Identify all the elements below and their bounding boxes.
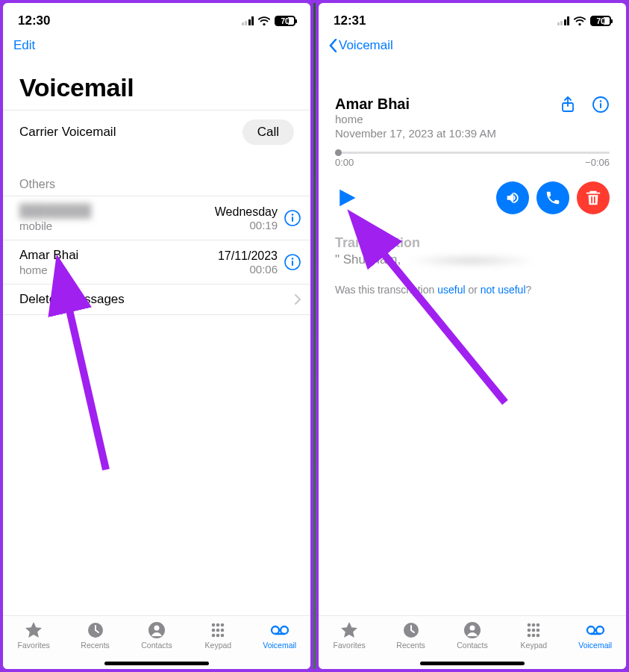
call-back-button[interactable] (536, 181, 569, 214)
speaker-button[interactable] (496, 181, 529, 214)
deleted-messages-row[interactable]: Deleted Messages (3, 284, 310, 315)
clock-icon (401, 621, 422, 639)
useful-link[interactable]: useful (437, 284, 465, 296)
share-icon[interactable] (559, 96, 577, 113)
status-time: 12:31 (334, 13, 366, 28)
tab-favorites[interactable]: Favorites (10, 621, 57, 650)
section-header-others: Others (3, 155, 310, 196)
svg-point-1 (292, 214, 294, 216)
tab-favorites[interactable]: Favorites (325, 621, 373, 650)
tab-recents[interactable]: Recents (72, 621, 119, 650)
person-icon (146, 621, 167, 639)
svg-point-11 (221, 623, 225, 627)
voicemail-subtitle: mobile (19, 220, 209, 232)
svg-point-28 (469, 626, 475, 631)
nav-bar: Edit (3, 34, 310, 57)
scrubber[interactable]: 0:00 −0:06 (335, 152, 610, 168)
tab-recents[interactable]: Recents (387, 621, 435, 650)
voicemail-icon (585, 621, 606, 639)
chevron-right-icon (295, 294, 301, 305)
voicemail-date: Wednesday (215, 205, 278, 219)
svg-point-34 (536, 629, 540, 632)
transcription-text: " Shubham, (335, 252, 610, 267)
voicemail-subtitle: home (19, 264, 212, 276)
call-button[interactable]: Call (242, 119, 294, 145)
person-icon (462, 621, 483, 639)
wifi-icon (257, 16, 271, 26)
svg-rect-25 (600, 103, 601, 108)
tab-contacts[interactable]: Contacts (448, 621, 496, 650)
svg-point-38 (587, 626, 595, 634)
svg-point-18 (272, 626, 279, 634)
phone-screen-voicemail-list: 12:30 70 Edit Voicemail Carrier Voicemai… (3, 3, 310, 669)
carrier-voicemail-row: Carrier Voicemail Call (3, 110, 310, 155)
home-indicator[interactable] (104, 662, 209, 665)
back-label: Voicemail (339, 38, 393, 53)
svg-point-12 (212, 629, 216, 632)
play-button[interactable] (335, 187, 357, 209)
transcription-title: Transcription (335, 235, 610, 251)
elapsed-time: 0:00 (335, 157, 354, 168)
transcription-feedback: Was this transcription useful or not use… (335, 284, 610, 296)
svg-point-16 (216, 634, 220, 638)
detail-timestamp: November 17, 2023 at 10:39 AM (335, 127, 496, 140)
info-icon[interactable] (592, 96, 610, 113)
svg-point-19 (281, 626, 288, 634)
svg-point-37 (536, 634, 540, 638)
detail-name: Amar Bhai (335, 96, 496, 113)
voicemail-icon (269, 621, 290, 639)
not-useful-link[interactable]: not useful (481, 284, 526, 296)
voicemail-list: ████████ mobile Wednesday 00:19 Amar Bha… (3, 196, 310, 315)
back-button[interactable]: Voicemail (329, 38, 393, 53)
svg-point-29 (528, 623, 531, 627)
svg-point-4 (292, 258, 294, 260)
voicemail-row[interactable]: ████████ mobile Wednesday 00:19 (3, 196, 310, 240)
cellular-icon (557, 16, 570, 25)
star-icon (339, 621, 360, 639)
deleted-messages-label: Deleted Messages (19, 292, 125, 306)
info-icon[interactable] (284, 209, 301, 227)
star-icon (23, 621, 44, 639)
tab-contacts[interactable]: Contacts (133, 621, 181, 650)
tab-keypad[interactable]: Keypad (194, 621, 242, 650)
tab-voicemail[interactable]: Voicemail (256, 621, 304, 650)
svg-point-13 (216, 629, 220, 632)
tab-voicemail[interactable]: Voicemail (572, 621, 619, 650)
voicemail-row[interactable]: Amar Bhai home 17/11/2023 00:06 (3, 240, 310, 284)
detail-label: home (335, 113, 496, 125)
svg-point-32 (528, 629, 531, 632)
voicemail-duration: 00:19 (215, 219, 278, 231)
status-bar: 12:31 70 (319, 3, 626, 34)
svg-rect-2 (292, 217, 293, 222)
svg-point-24 (600, 100, 602, 102)
svg-point-14 (221, 629, 225, 632)
nav-bar: Voicemail (319, 34, 626, 57)
battery-icon: 70 (590, 16, 611, 26)
svg-point-17 (221, 634, 225, 638)
home-indicator[interactable] (420, 662, 525, 665)
phone-screen-voicemail-detail: 12:31 70 Voicemail Amar Bhai home Novemb… (319, 3, 626, 669)
svg-point-8 (154, 626, 159, 631)
voicemail-name-redacted: ████████ (19, 204, 209, 219)
page-title: Voicemail (3, 57, 310, 110)
keypad-icon (207, 621, 228, 639)
info-icon[interactable] (284, 253, 301, 271)
svg-point-31 (536, 623, 540, 627)
svg-point-30 (532, 623, 536, 627)
tab-keypad[interactable]: Keypad (510, 621, 557, 650)
carrier-label: Carrier Voicemail (19, 125, 116, 140)
wifi-icon (573, 16, 586, 26)
svg-point-33 (532, 629, 536, 632)
keypad-icon (523, 621, 544, 639)
svg-point-35 (528, 634, 531, 638)
status-time: 12:30 (18, 13, 50, 28)
battery-icon: 70 (275, 16, 295, 26)
delete-button[interactable] (577, 181, 610, 214)
svg-point-10 (216, 623, 220, 627)
edit-button[interactable]: Edit (13, 38, 35, 53)
voicemail-date: 17/11/2023 (218, 249, 278, 263)
svg-rect-5 (292, 261, 293, 266)
svg-point-9 (212, 623, 216, 627)
clock-icon (85, 621, 106, 639)
voicemail-duration: 00:06 (218, 263, 278, 276)
